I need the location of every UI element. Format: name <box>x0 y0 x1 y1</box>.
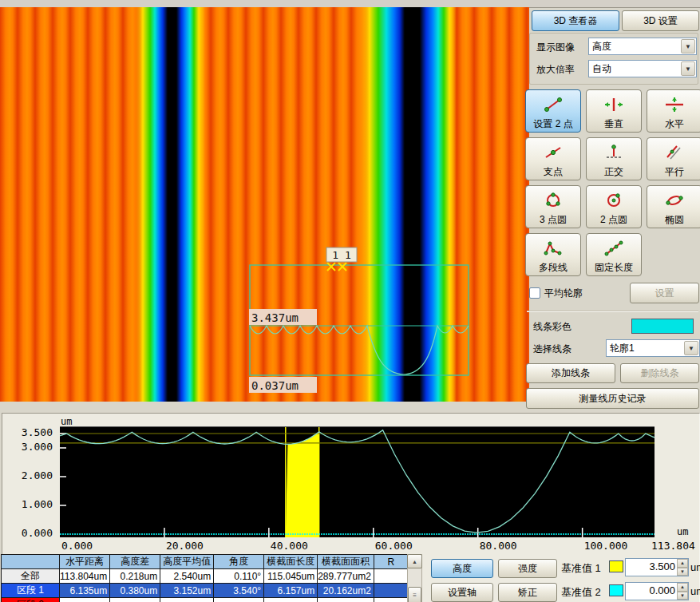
point-marker-x1[interactable] <box>327 263 335 271</box>
table-header: 横截面面积 <box>318 555 374 569</box>
chevron-down-icon[interactable]: ▼ <box>681 61 695 76</box>
table-cell: 3.540° <box>214 584 264 598</box>
tool-label: 水平 <box>665 119 684 129</box>
row-label[interactable]: 全部 <box>2 569 60 584</box>
tool-button-ellipse[interactable]: 椭圆 <box>647 185 700 228</box>
tool-button-fixed-length[interactable]: 固定长度 <box>586 233 642 276</box>
ref1-value[interactable]: 3.500 <box>626 559 677 576</box>
set-axis-button[interactable]: 设置轴 <box>431 583 493 602</box>
ref2-spinner[interactable]: 0.000 ▲▼ <box>625 582 689 600</box>
x-tick-label: 40.000 <box>271 540 308 552</box>
tool-label: 正交 <box>604 167 623 177</box>
divider <box>527 311 698 312</box>
point-marker-x2[interactable] <box>338 263 346 271</box>
table-cell <box>374 569 408 584</box>
tool-button-circle-3pt[interactable]: 3 点圆 <box>525 185 581 228</box>
tool-button-pivot[interactable]: 支点 <box>525 137 581 180</box>
table-cell <box>318 598 374 602</box>
select-line-label: 选择线条 <box>533 343 571 356</box>
ref1-color-swatch[interactable] <box>609 560 623 572</box>
tool-label: 支点 <box>544 167 563 177</box>
ref1-spinner[interactable]: 3.500 ▲▼ <box>625 558 689 576</box>
fixed-length-icon <box>603 234 625 263</box>
table-cell: 289.777um2 <box>318 569 374 584</box>
table-cell: 0.380um <box>110 584 160 598</box>
magnification-select[interactable]: 自动 ▼ <box>588 60 697 77</box>
ellipse-icon <box>663 186 686 215</box>
set-2-points-icon <box>542 90 564 119</box>
polyline-icon <box>542 234 564 263</box>
table-cell: 6.157um <box>264 584 318 598</box>
intensity-mode-button[interactable]: 强度 <box>498 559 557 578</box>
table-cell <box>214 598 264 602</box>
table-row[interactable]: 区段 2 <box>2 598 421 602</box>
table-cell <box>110 598 160 602</box>
table-header: 水平距离 <box>60 555 110 569</box>
table-cell: 3.152um <box>160 584 214 598</box>
profile-chart[interactable] <box>60 426 655 537</box>
table-header: 高度差 <box>110 555 160 569</box>
spin-down-icon[interactable]: ▼ <box>677 592 688 600</box>
orthogonal-icon <box>603 138 625 167</box>
line-color-swatch[interactable] <box>631 319 694 334</box>
selected-line-value: 轮廓1 <box>610 342 635 355</box>
horizontal-icon <box>663 90 686 119</box>
x-tick-label: 80.000 <box>480 540 517 552</box>
tool-button-circle-2pt[interactable]: 2 点圆 <box>586 185 642 228</box>
magnification-label: 放大倍率 <box>536 63 575 77</box>
table-cell: 0.110° <box>214 569 264 584</box>
ref2-color-swatch[interactable] <box>609 584 623 596</box>
tab-3d-viewer[interactable]: 3D 查看器 <box>532 10 619 31</box>
select-line-dropdown[interactable]: 轮廓1 ▼ <box>606 339 700 357</box>
x-axis-unit: um <box>677 526 688 537</box>
x-tick-label: 0.000 <box>61 540 93 552</box>
scrollbar-thumb[interactable]: ≡ <box>408 587 421 602</box>
average-profile-checkbox[interactable] <box>529 287 540 299</box>
chevron-down-icon[interactable]: ▼ <box>681 39 695 53</box>
tab-3d-settings[interactable]: 3D 设置 <box>622 10 699 31</box>
tool-label: 垂直 <box>604 119 623 129</box>
tool-button-set-2-points[interactable]: 设置 2 点 <box>525 89 581 133</box>
spin-up-icon[interactable]: ▲ <box>677 559 688 568</box>
profile-settings-button[interactable]: 设置 <box>630 283 699 303</box>
tool-button-horizontal[interactable]: 水平 <box>647 89 700 133</box>
table-row[interactable]: 区段 16.135um0.380um3.152um3.540°6.157um20… <box>2 584 421 598</box>
top-cursor-value: 3.437um <box>251 311 299 324</box>
add-line-button[interactable]: 添加线条 <box>526 363 615 383</box>
spin-down-icon[interactable]: ▼ <box>677 568 688 576</box>
table-cell <box>374 598 408 602</box>
measure-tool-grid: 设置 2 点垂直水平支点正交平行3 点圆2 点圆椭圆多段线固定长度 <box>525 89 700 276</box>
display-image-value: 高度 <box>592 40 611 53</box>
delete-line-button[interactable]: 删除线条 <box>620 363 699 383</box>
tool-button-parallel[interactable]: 平行 <box>647 137 700 180</box>
measurement-table: 水平距离高度差高度平均值角度横截面长度横截面面积R注全部113.804um0.2… <box>1 554 421 602</box>
y-tick-label: 1.000 <box>3 498 53 510</box>
display-image-select[interactable]: 高度 ▼ <box>588 38 697 55</box>
row-label[interactable]: 区段 1 <box>2 584 60 598</box>
x-tick-label: 100.000 <box>584 540 628 552</box>
chevron-down-icon[interactable]: ▼ <box>684 341 698 355</box>
y-tick-label: 0.000 <box>3 527 53 539</box>
measure-line-history-button[interactable]: 测量线历史记录 <box>526 388 699 409</box>
row-label[interactable]: 区段 2 <box>2 598 60 602</box>
circle-3pt-icon <box>542 186 564 215</box>
height-mode-button[interactable]: 高度 <box>431 559 493 578</box>
table-cell <box>264 598 318 602</box>
table-cell <box>60 598 110 602</box>
ref2-value[interactable]: 0.000 <box>626 583 677 600</box>
tool-button-orthogonal[interactable]: 正交 <box>586 137 642 180</box>
tool-label: 固定长度 <box>595 263 633 273</box>
table-row[interactable]: 全部113.804um0.218um2.540um0.110°115.045um… <box>2 569 421 584</box>
magnification-value: 自动 <box>592 62 611 76</box>
x-tick-label: 60.000 <box>375 540 413 552</box>
tool-button-vertical[interactable]: 垂直 <box>586 89 642 133</box>
tool-label: 椭圆 <box>665 215 684 225</box>
correction-button[interactable]: 矫正 <box>498 583 557 602</box>
table-cell: 0.218um <box>110 569 160 584</box>
vertical-icon <box>603 90 625 119</box>
scroll-up-icon[interactable]: ▲ <box>407 554 422 568</box>
tool-button-polyline[interactable]: 多段线 <box>525 233 581 276</box>
bottom-cursor-value: 0.037um <box>251 379 299 392</box>
line-color-label: 线条彩色 <box>533 320 571 334</box>
spin-up-icon[interactable]: ▲ <box>677 583 688 592</box>
